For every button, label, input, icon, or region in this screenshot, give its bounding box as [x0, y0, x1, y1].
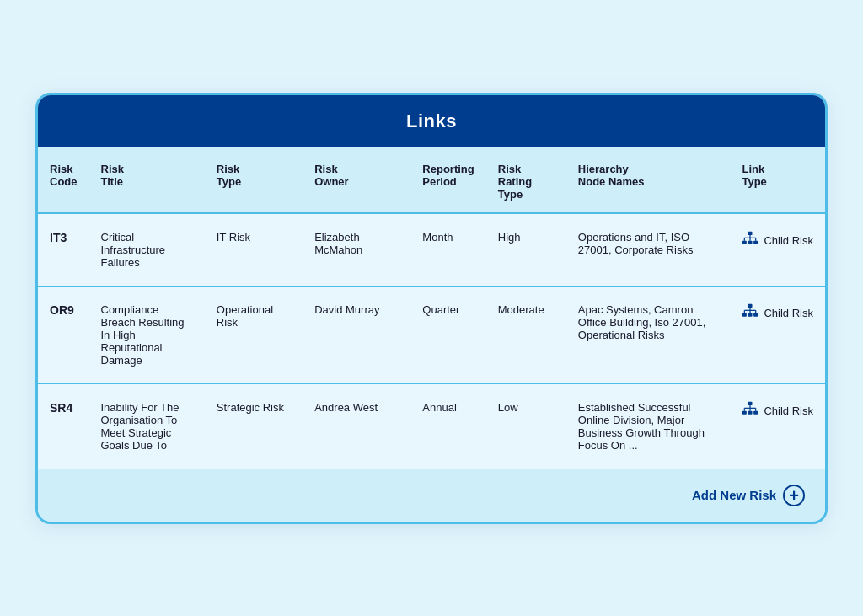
col-header-risk-type: RiskType [205, 147, 303, 213]
cell-risk-title: Critical Infrastructure Failures [89, 213, 205, 287]
cell-reporting-period: Quarter [410, 286, 485, 383]
col-header-link-type: LinkType [730, 147, 825, 213]
link-type-label: Child Risk [764, 307, 813, 319]
links-card: Links RiskCode RiskTitle RiskType RiskOw… [35, 93, 828, 524]
col-header-risk-title: RiskTitle [89, 147, 205, 213]
col-header-risk-owner: RiskOwner [303, 147, 410, 213]
table-container: RiskCode RiskTitle RiskType RiskOwner Re… [38, 147, 825, 469]
svg-rect-21 [754, 410, 758, 414]
add-new-risk-button[interactable]: Add New Risk + [692, 485, 805, 506]
cell-risk-rating-type: High [486, 213, 566, 287]
cell-risk-owner: Elizabeth McMahon [303, 213, 410, 287]
table-footer: Add New Risk + [38, 469, 825, 522]
cell-link-type: Child Risk [730, 383, 825, 469]
col-header-risk-code: RiskCode [38, 147, 89, 213]
svg-rect-2 [748, 240, 753, 244]
col-header-hierarchy-node-names: HierarchyNode Names [566, 147, 731, 213]
link-type-label: Child Risk [764, 234, 813, 247]
table-row: SR4Inability For The Organisation To Mee… [38, 383, 825, 469]
add-icon: + [783, 485, 805, 506]
svg-rect-0 [748, 231, 753, 234]
svg-rect-12 [754, 313, 758, 316]
cell-reporting-period: Annual [410, 383, 485, 469]
hierarchy-icon [742, 231, 758, 250]
hierarchy-icon [742, 303, 758, 323]
cell-risk-owner: Andrea West [303, 383, 410, 469]
svg-rect-3 [754, 240, 758, 244]
cell-hierarchy-node-names: Established Successful Online Division, … [566, 383, 731, 469]
svg-rect-9 [748, 303, 753, 307]
svg-rect-11 [748, 313, 753, 316]
hierarchy-icon [742, 401, 758, 420]
cell-link-type: Child Risk [730, 213, 825, 287]
cell-risk-code: SR4 [38, 383, 89, 469]
cell-risk-type: Operational Risk [205, 286, 303, 383]
cell-risk-owner: David Murray [303, 286, 410, 383]
cell-hierarchy-node-names: Apac Systems, Camron Office Building, Is… [566, 286, 731, 383]
table-row: IT3Critical Infrastructure FailuresIT Ri… [38, 213, 825, 287]
link-type-label: Child Risk [764, 404, 813, 417]
cell-risk-rating-type: Low [486, 383, 566, 469]
cell-hierarchy-node-names: Operations and IT, ISO 27001, Corporate … [566, 213, 731, 287]
svg-rect-18 [748, 401, 753, 404]
cell-risk-title: Inability For The Organisation To Meet S… [89, 383, 205, 469]
add-new-risk-label: Add New Risk [692, 488, 776, 502]
table-header-row: RiskCode RiskTitle RiskType RiskOwner Re… [38, 147, 825, 213]
svg-rect-19 [742, 410, 747, 414]
cell-risk-rating-type: Moderate [486, 286, 566, 383]
cell-reporting-period: Month [410, 213, 485, 287]
svg-rect-1 [742, 240, 747, 244]
links-table: RiskCode RiskTitle RiskType RiskOwner Re… [38, 147, 825, 469]
cell-risk-code: OR9 [38, 286, 89, 383]
cell-link-type: Child Risk [730, 286, 825, 383]
svg-rect-20 [748, 410, 753, 414]
table-row: OR9Compliance Breach Resulting In High R… [38, 286, 825, 383]
col-header-reporting-period: ReportingPeriod [410, 147, 485, 213]
card-title: Links [406, 110, 457, 131]
cell-risk-type: Strategic Risk [205, 383, 303, 469]
svg-rect-10 [742, 313, 747, 316]
cell-risk-title: Compliance Breach Resulting In High Repu… [89, 286, 205, 383]
col-header-risk-rating-type: Risk RatingType [486, 147, 566, 213]
cell-risk-type: IT Risk [205, 213, 303, 287]
cell-risk-code: IT3 [38, 213, 89, 287]
card-header: Links [38, 95, 825, 147]
